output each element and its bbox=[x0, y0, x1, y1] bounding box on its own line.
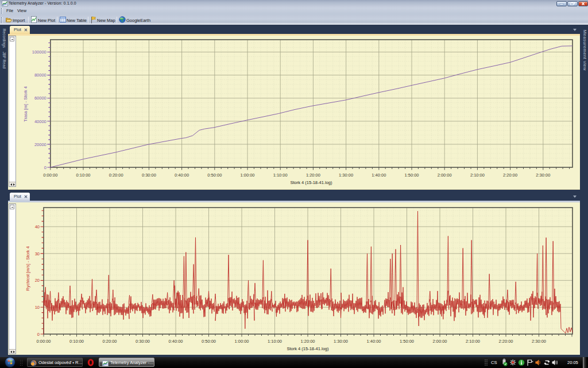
svg-text:30: 30 bbox=[35, 251, 40, 256]
svg-text:80000: 80000 bbox=[34, 72, 47, 78]
svg-text:0:00:00: 0:00:00 bbox=[36, 339, 51, 344]
svg-text:2:20:00: 2:20:00 bbox=[503, 172, 517, 178]
svg-text:0:50:00: 0:50:00 bbox=[202, 339, 216, 344]
svg-text:1:50:00: 1:50:00 bbox=[400, 339, 414, 344]
svg-text:10: 10 bbox=[35, 305, 40, 310]
svg-text:1:40:00: 1:40:00 bbox=[372, 172, 386, 178]
svg-text:0:10:00: 0:10:00 bbox=[69, 339, 84, 344]
svg-text:0:50:00: 0:50:00 bbox=[207, 172, 222, 178]
svg-text:1:40:00: 1:40:00 bbox=[366, 339, 381, 344]
svg-text:0:20:00: 0:20:00 bbox=[102, 339, 117, 344]
svg-text:Rychlost [m/s] - Stork 4: Rychlost [m/s] - Stork 4 bbox=[25, 246, 30, 291]
svg-text:40: 40 bbox=[35, 224, 40, 229]
svg-text:20: 20 bbox=[35, 278, 40, 283]
svg-text:0:40:00: 0:40:00 bbox=[168, 339, 183, 344]
svg-text:2:30:00: 2:30:00 bbox=[532, 339, 546, 344]
svg-text:0:00:00: 0:00:00 bbox=[43, 172, 57, 178]
svg-text:2:20:00: 2:20:00 bbox=[498, 339, 513, 344]
svg-text:Trasa [m] - Stork 4: Trasa [m] - Stork 4 bbox=[23, 86, 28, 122]
svg-text:0: 0 bbox=[44, 165, 47, 170]
svg-text:Stork 4 (15-18-41.log): Stork 4 (15-18-41.log) bbox=[287, 346, 329, 351]
svg-text:2:00:00: 2:00:00 bbox=[438, 172, 452, 178]
svg-text:1:00:00: 1:00:00 bbox=[240, 172, 254, 178]
svg-text:2:30:00: 2:30:00 bbox=[536, 172, 550, 178]
svg-text:0:10:00: 0:10:00 bbox=[76, 172, 90, 178]
svg-text:0:20:00: 0:20:00 bbox=[109, 172, 123, 178]
svg-text:Stork 4 (15-18-41.log): Stork 4 (15-18-41.log) bbox=[291, 180, 332, 185]
svg-text:1:20:00: 1:20:00 bbox=[300, 339, 315, 344]
svg-text:20000: 20000 bbox=[34, 142, 47, 147]
svg-text:0:30:00: 0:30:00 bbox=[136, 339, 150, 344]
svg-text:0: 0 bbox=[37, 332, 40, 337]
svg-text:1:30:00: 1:30:00 bbox=[339, 172, 353, 178]
svg-text:2:10:00: 2:10:00 bbox=[466, 339, 480, 344]
svg-text:2:00:00: 2:00:00 bbox=[432, 339, 447, 344]
svg-text:100000: 100000 bbox=[32, 49, 47, 55]
svg-text:40000: 40000 bbox=[34, 119, 47, 124]
svg-text:60000: 60000 bbox=[34, 95, 47, 101]
svg-text:1:20:00: 1:20:00 bbox=[306, 172, 320, 178]
svg-text:1:30:00: 1:30:00 bbox=[334, 339, 348, 344]
svg-text:1:00:00: 1:00:00 bbox=[234, 339, 249, 344]
svg-text:0:30:00: 0:30:00 bbox=[142, 172, 156, 178]
svg-text:1:10:00: 1:10:00 bbox=[268, 339, 282, 344]
svg-text:1:50:00: 1:50:00 bbox=[404, 172, 419, 178]
svg-text:0:40:00: 0:40:00 bbox=[175, 172, 189, 178]
svg-text:2:10:00: 2:10:00 bbox=[470, 172, 485, 178]
svg-text:1:10:00: 1:10:00 bbox=[273, 172, 288, 178]
